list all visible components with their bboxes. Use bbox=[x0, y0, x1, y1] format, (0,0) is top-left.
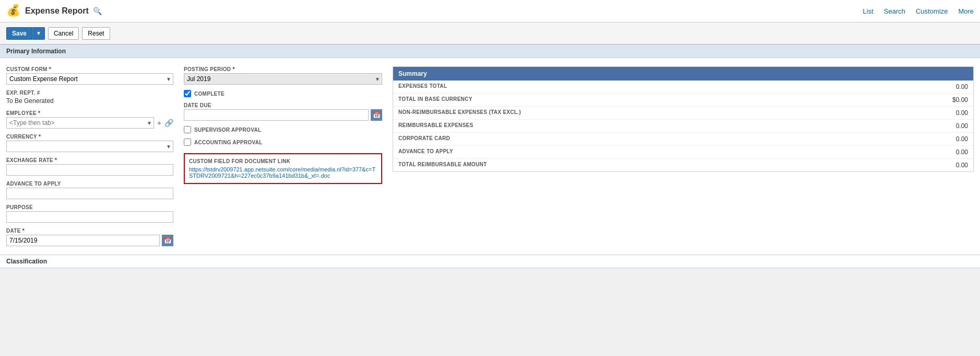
custom-form-field: CUSTOM FORM * Custom Expense Report ▼ bbox=[6, 66, 173, 85]
posting-period-label: POSTING PERIOD * bbox=[184, 66, 382, 72]
toolbar: Save ▼ Cancel Reset bbox=[0, 22, 980, 44]
currency-label: CURRENCY * bbox=[6, 134, 173, 140]
summary-header: Summary bbox=[393, 67, 973, 81]
summary-row: CORPORATE CARD 0.00 bbox=[393, 133, 973, 146]
summary-row-label: REIMBURSABLE EXPENSES bbox=[398, 122, 474, 130]
form-body: CUSTOM FORM * Custom Expense Report ▼ EX… bbox=[0, 58, 980, 255]
summary-row-value: 0.00 bbox=[956, 162, 968, 169]
complete-checkbox[interactable] bbox=[184, 90, 191, 97]
exchange-rate-field: EXCHANGE RATE * bbox=[6, 157, 173, 176]
purpose-field: PURPOSE bbox=[6, 204, 173, 223]
employee-select-wrap: ▼ bbox=[6, 117, 154, 129]
exchange-rate-label: EXCHANGE RATE * bbox=[6, 157, 173, 163]
exp-rept-label: EXP. REPT. # bbox=[6, 90, 173, 96]
more-link[interactable]: More bbox=[958, 7, 974, 15]
save-button-group: Save ▼ bbox=[6, 27, 45, 40]
supervisor-approval-checkbox[interactable] bbox=[184, 126, 191, 133]
accounting-approval-row: ACCOUNTING APPROVAL bbox=[184, 139, 382, 146]
form-middle: POSTING PERIOD * Jul 2019 ▼ COMPLETE DAT… bbox=[184, 66, 382, 246]
employee-row: ▼ + 🔗 bbox=[6, 117, 173, 129]
doc-link-box: CUSTOM FIELD FOR DOCUMENT LINK https://t… bbox=[184, 153, 382, 184]
summary-row: TOTAL IN BASE CURRENCY $0.00 bbox=[393, 94, 973, 107]
supervisor-approval-row: SUPERVISOR APPROVAL bbox=[184, 126, 382, 133]
summary-row-value: 0.00 bbox=[956, 122, 968, 130]
form-right: Summary EXPENSES TOTAL 0.00 TOTAL IN BAS… bbox=[393, 66, 974, 246]
primary-info-section-header: Primary Information bbox=[0, 44, 980, 58]
save-button[interactable]: Save bbox=[6, 27, 32, 40]
search-link[interactable]: Search bbox=[884, 7, 905, 15]
app-icon: 💰 bbox=[6, 4, 21, 18]
date-due-field: DATE DUE 📅 bbox=[184, 102, 382, 121]
supervisor-approval-label: SUPERVISOR APPROVAL bbox=[194, 127, 261, 133]
page-title: Expense Report bbox=[25, 6, 89, 16]
save-dropdown-button[interactable]: ▼ bbox=[32, 27, 45, 40]
customize-link[interactable]: Customize bbox=[916, 7, 948, 15]
add-employee-icon[interactable]: + bbox=[157, 119, 161, 127]
exchange-rate-input[interactable] bbox=[6, 164, 173, 176]
summary-row-label: ADVANCE TO APPLY bbox=[398, 148, 453, 156]
exp-rept-value: To Be Generated bbox=[6, 97, 173, 105]
purpose-label: PURPOSE bbox=[6, 204, 173, 210]
posting-period-wrap: Jul 2019 ▼ bbox=[184, 73, 382, 85]
summary-row: NON-REIMBURSABLE EXPENSES (TAX EXCL.) 0.… bbox=[393, 107, 973, 120]
summary-rows: EXPENSES TOTAL 0.00 TOTAL IN BASE CURREN… bbox=[393, 81, 973, 171]
top-nav: 💰 Expense Report 🔍 List Search Customize… bbox=[0, 0, 980, 22]
purpose-input[interactable] bbox=[6, 211, 173, 223]
top-nav-left: 💰 Expense Report 🔍 bbox=[6, 4, 102, 18]
reset-button[interactable]: Reset bbox=[82, 27, 110, 40]
summary-row-label: NON-REIMBURSABLE EXPENSES (TAX EXCL.) bbox=[398, 109, 521, 117]
complete-label: COMPLETE bbox=[194, 91, 225, 97]
posting-period-select[interactable]: Jul 2019 bbox=[184, 73, 382, 85]
global-search-icon[interactable]: 🔍 bbox=[93, 7, 102, 15]
summary-box: Summary EXPENSES TOTAL 0.00 TOTAL IN BAS… bbox=[393, 66, 974, 172]
accounting-approval-label: ACCOUNTING APPROVAL bbox=[194, 140, 263, 145]
summary-row-label: EXPENSES TOTAL bbox=[398, 83, 447, 90]
open-employee-icon[interactable]: 🔗 bbox=[164, 119, 173, 127]
summary-row-value: 0.00 bbox=[956, 83, 968, 90]
currency-select[interactable] bbox=[6, 141, 173, 152]
custom-form-label: CUSTOM FORM * bbox=[6, 66, 173, 72]
employee-input[interactable] bbox=[6, 117, 154, 129]
doc-link-url[interactable]: https://tstdrv2009721.app.netsuite.com/c… bbox=[189, 166, 377, 179]
advance-to-apply-field: ADVANCE TO APPLY bbox=[6, 181, 173, 199]
classification-section-header: Classification bbox=[0, 255, 980, 268]
summary-row-label: TOTAL IN BASE CURRENCY bbox=[398, 96, 473, 104]
date-due-row: 📅 bbox=[184, 109, 382, 121]
custom-form-select[interactable]: Custom Expense Report bbox=[6, 73, 173, 85]
summary-row: TOTAL REIMBURSABLE AMOUNT 0.00 bbox=[393, 159, 973, 171]
top-nav-right: List Search Customize More bbox=[863, 7, 974, 15]
date-input[interactable] bbox=[6, 235, 160, 246]
summary-row: EXPENSES TOTAL 0.00 bbox=[393, 81, 973, 94]
exp-rept-field: EXP. REPT. # To Be Generated bbox=[6, 90, 173, 105]
date-row: 📅 bbox=[6, 235, 173, 246]
date-due-calendar-button[interactable]: 📅 bbox=[371, 109, 382, 121]
summary-row-value: 0.00 bbox=[956, 148, 968, 156]
date-calendar-button[interactable]: 📅 bbox=[162, 235, 173, 246]
summary-row-label: TOTAL REIMBURSABLE AMOUNT bbox=[398, 162, 487, 169]
summary-row-label: CORPORATE CARD bbox=[398, 135, 450, 143]
advance-to-apply-label: ADVANCE TO APPLY bbox=[6, 181, 173, 187]
posting-period-field: POSTING PERIOD * Jul 2019 ▼ bbox=[184, 66, 382, 85]
list-link[interactable]: List bbox=[863, 7, 873, 15]
summary-row-value: 0.00 bbox=[956, 135, 968, 143]
employee-label: EMPLOYEE * bbox=[6, 110, 173, 116]
cancel-button[interactable]: Cancel bbox=[48, 27, 79, 40]
date-due-label: DATE DUE bbox=[184, 102, 382, 108]
currency-select-wrap: ▼ bbox=[6, 141, 173, 152]
summary-row-value: 0.00 bbox=[956, 109, 968, 117]
doc-link-label: CUSTOM FIELD FOR DOCUMENT LINK bbox=[189, 158, 377, 164]
complete-row: COMPLETE bbox=[184, 90, 382, 97]
date-due-input[interactable] bbox=[184, 109, 369, 121]
summary-row-value: $0.00 bbox=[952, 96, 968, 104]
summary-row: REIMBURSABLE EXPENSES 0.00 bbox=[393, 120, 973, 133]
employee-field: EMPLOYEE * ▼ + 🔗 bbox=[6, 110, 173, 129]
summary-row: ADVANCE TO APPLY 0.00 bbox=[393, 146, 973, 159]
date-label: DATE * bbox=[6, 228, 173, 234]
date-field: DATE * 📅 bbox=[6, 228, 173, 246]
accounting-approval-checkbox[interactable] bbox=[184, 139, 191, 146]
advance-to-apply-input[interactable] bbox=[6, 188, 173, 199]
currency-field: CURRENCY * ▼ bbox=[6, 134, 173, 152]
custom-form-select-wrap: Custom Expense Report ▼ bbox=[6, 73, 173, 85]
form-left: CUSTOM FORM * Custom Expense Report ▼ EX… bbox=[6, 66, 173, 246]
